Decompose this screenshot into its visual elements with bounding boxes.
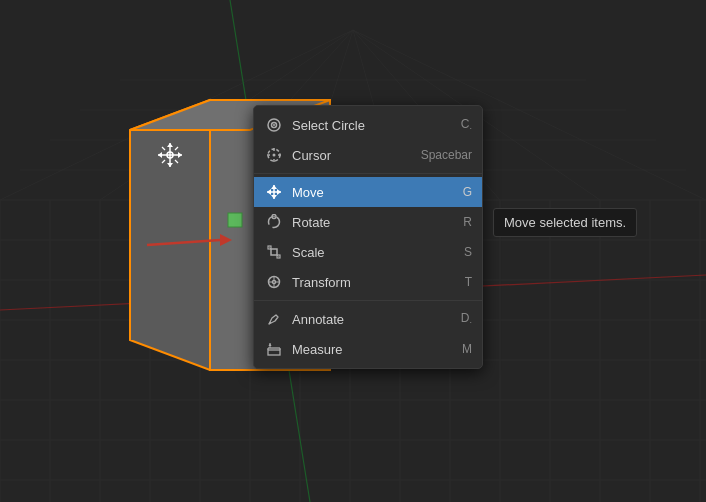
svg-point-59 — [273, 154, 276, 157]
context-menu: Select Circle C· Cursor Spacebar — [253, 105, 483, 369]
move-icon — [264, 182, 284, 202]
menu-item-cursor[interactable]: Cursor Spacebar — [254, 140, 482, 170]
menu-item-cursor-label: Cursor — [292, 148, 413, 163]
menu-item-cursor-shortcut: Spacebar — [421, 148, 472, 162]
svg-marker-69 — [277, 189, 281, 195]
transform-icon — [264, 272, 284, 292]
menu-item-select-circle-shortcut: C· — [461, 117, 472, 133]
3d-viewport: Select Circle C· Cursor Spacebar — [0, 0, 706, 502]
menu-item-scale[interactable]: Scale S — [254, 237, 482, 267]
menu-item-measure-label: Measure — [292, 342, 454, 357]
menu-item-rotate-label: Rotate — [292, 215, 455, 230]
svg-point-72 — [273, 216, 275, 218]
annotate-icon — [264, 309, 284, 329]
svg-rect-41 — [228, 213, 242, 227]
menu-item-move-shortcut: G — [463, 185, 472, 199]
svg-rect-73 — [271, 249, 277, 255]
menu-item-measure[interactable]: Measure M — [254, 334, 482, 364]
menu-item-transform-label: Transform — [292, 275, 457, 290]
tooltip-text: Move selected items. — [504, 215, 626, 230]
menu-item-move-label: Move — [292, 185, 455, 200]
menu-item-rotate-shortcut: R — [463, 215, 472, 229]
menu-item-rotate[interactable]: Rotate R — [254, 207, 482, 237]
svg-marker-90 — [269, 343, 272, 346]
svg-point-57 — [273, 124, 275, 126]
svg-point-79 — [273, 281, 276, 284]
menu-item-scale-shortcut: S — [464, 245, 472, 259]
menu-item-move[interactable]: Move G — [254, 177, 482, 207]
menu-divider-2 — [254, 300, 482, 301]
svg-marker-68 — [267, 189, 271, 195]
menu-item-annotate-shortcut: D· — [461, 311, 472, 327]
menu-item-transform-shortcut: T — [465, 275, 472, 289]
measure-icon — [264, 339, 284, 359]
svg-rect-85 — [268, 350, 280, 355]
menu-item-annotate-label: Annotate — [292, 312, 453, 327]
svg-marker-66 — [271, 185, 277, 189]
svg-marker-67 — [271, 195, 277, 199]
menu-item-transform[interactable]: Transform T — [254, 267, 482, 297]
scale-icon — [264, 242, 284, 262]
tooltip: Move selected items. — [493, 208, 637, 237]
rotate-icon — [264, 212, 284, 232]
select-circle-icon — [264, 115, 284, 135]
menu-item-annotate[interactable]: Annotate D· — [254, 304, 482, 334]
cursor-icon — [264, 145, 284, 165]
menu-divider-1 — [254, 173, 482, 174]
menu-item-select-circle[interactable]: Select Circle C· — [254, 110, 482, 140]
menu-item-measure-shortcut: M — [462, 342, 472, 356]
menu-item-scale-label: Scale — [292, 245, 456, 260]
menu-item-select-circle-label: Select Circle — [292, 118, 453, 133]
